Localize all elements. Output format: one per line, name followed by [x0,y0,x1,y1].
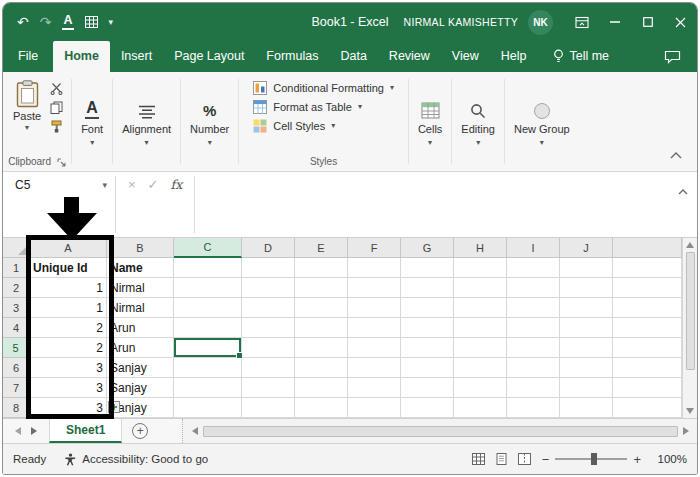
cell[interactable]: Unique Id [30,258,107,278]
cell[interactable] [560,338,613,358]
previous-sheet-icon[interactable] [15,427,21,435]
clipboard-dialog-launcher-icon[interactable] [56,157,66,167]
cell[interactable] [174,378,242,398]
vertical-scrollbar[interactable] [682,238,697,418]
cell[interactable] [507,318,560,338]
cell[interactable] [507,398,560,418]
cell[interactable] [454,318,507,338]
row-header[interactable]: 6 [3,358,30,378]
next-sheet-icon[interactable] [31,427,37,435]
cell[interactable] [174,298,242,318]
cell[interactable] [295,318,348,338]
cell[interactable] [454,278,507,298]
font-group-button[interactable]: A Font ▾ [72,72,112,171]
cell[interactable] [295,398,348,418]
cell[interactable] [401,318,454,338]
cell[interactable] [560,258,613,278]
cell[interactable]: 1 [30,298,107,318]
tab-file[interactable]: File [3,41,53,72]
column-header-b[interactable]: B [107,238,174,258]
cell-options-icon[interactable] [108,401,120,413]
cell[interactable] [295,358,348,378]
cell[interactable] [174,318,242,338]
number-group-button[interactable]: % Number ▾ [181,72,238,171]
cell[interactable] [295,338,348,358]
tab-view[interactable]: View [441,41,490,72]
cell[interactable] [242,298,295,318]
sheet-tab-sheet1[interactable]: Sheet1 [49,419,122,443]
tab-home[interactable]: Home [53,41,110,72]
row-header[interactable]: 1 [3,258,30,278]
cell[interactable] [507,258,560,278]
cancel-icon[interactable]: × [128,177,136,192]
row-header[interactable]: 8 [3,398,30,418]
cut-icon[interactable] [50,82,63,95]
scroll-left-icon[interactable] [192,427,198,435]
maximize-button[interactable] [631,3,664,41]
cell[interactable] [242,258,295,278]
cell[interactable] [454,258,507,278]
collapse-ribbon-icon[interactable] [670,145,682,163]
cells-group-button[interactable]: Cells ▾ [409,72,451,171]
view-normal-button[interactable] [467,449,490,469]
cell[interactable]: Nirmal [107,298,174,318]
cell[interactable] [295,278,348,298]
row-header[interactable]: 5 [3,338,30,358]
cell[interactable] [348,278,401,298]
tab-page-layout[interactable]: Page Layout [163,41,255,72]
alignment-group-button[interactable]: Alignment ▾ [113,72,180,171]
cell[interactable] [454,338,507,358]
cell-styles-button[interactable]: Cell Styles ▾ [253,119,335,133]
cell[interactable]: Sanjay [107,378,174,398]
new-sheet-button[interactable]: + [132,423,148,439]
cell[interactable] [401,358,454,378]
comments-icon[interactable] [664,41,681,72]
cell[interactable] [174,278,242,298]
zoom-level[interactable]: 100% [647,453,687,465]
conditional-formatting-button[interactable]: Conditional Formatting ▾ [253,81,394,95]
row-header[interactable]: 7 [3,378,30,398]
editing-group-button[interactable]: Editing ▾ [452,72,504,171]
cell[interactable] [242,378,295,398]
cell[interactable]: Nirmal [107,278,174,298]
cell[interactable] [454,298,507,318]
cell[interactable]: 1 [30,278,107,298]
cell[interactable] [560,298,613,318]
select-all-corner[interactable] [3,238,30,258]
minimize-button[interactable] [598,3,631,41]
format-as-table-button[interactable]: Format as Table ▾ [253,100,362,114]
column-header-i[interactable]: I [507,238,560,258]
view-page-layout-button[interactable] [490,449,513,469]
accessibility-status[interactable]: Accessibility: Good to go [64,453,208,466]
row-header[interactable]: 4 [3,318,30,338]
cell[interactable] [401,258,454,278]
cell[interactable]: Sanjay [107,398,174,418]
cell[interactable] [401,398,454,418]
tab-insert[interactable]: Insert [110,41,163,72]
view-page-break-button[interactable] [513,449,536,469]
cell[interactable]: 3 [30,358,107,378]
cell[interactable] [560,398,613,418]
table-icon[interactable] [85,16,98,28]
scroll-right-icon[interactable] [683,427,689,435]
avatar[interactable]: NK [528,10,553,35]
cell[interactable] [348,378,401,398]
cell[interactable]: Sanjay [107,358,174,378]
cell[interactable] [507,298,560,318]
cell[interactable] [242,318,295,338]
cell[interactable] [242,278,295,298]
zoom-slider-thumb[interactable] [591,453,597,465]
selected-cell[interactable] [174,338,242,358]
cell[interactable]: 2 [30,318,107,338]
cell[interactable] [242,358,295,378]
row-header[interactable]: 3 [3,298,30,318]
tell-me-box[interactable]: Tell me [553,41,609,72]
zoom-slider[interactable] [555,458,627,460]
cell[interactable] [560,358,613,378]
column-header-e[interactable]: E [295,238,348,258]
cell[interactable] [242,338,295,358]
cell[interactable] [507,278,560,298]
column-header-h[interactable]: H [454,238,507,258]
name-box-dropdown-icon[interactable]: ▾ [102,180,107,190]
cell[interactable]: Name [107,258,174,278]
